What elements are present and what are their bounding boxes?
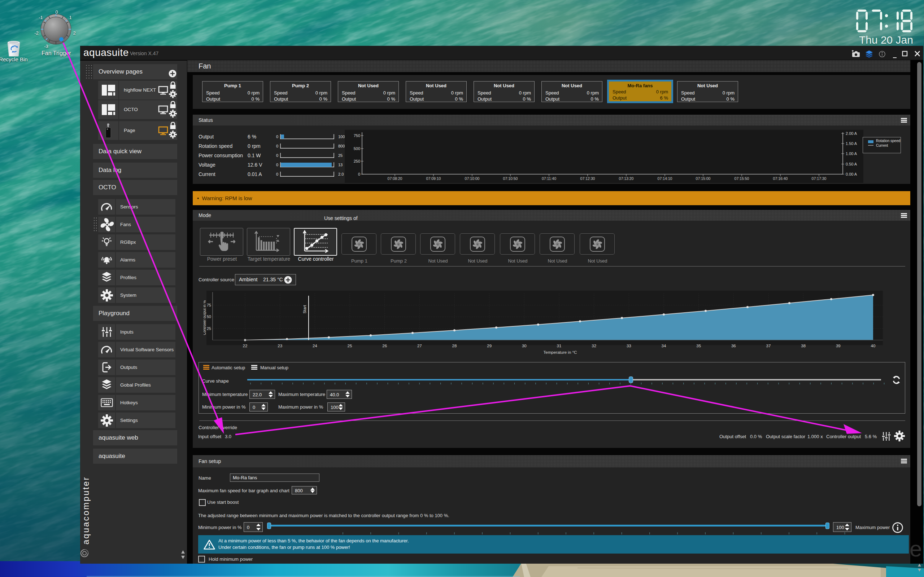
svg-text:33: 33 <box>627 344 631 348</box>
svg-text:0.50 A: 0.50 A <box>846 162 857 166</box>
svg-text:26: 26 <box>382 344 387 348</box>
svg-text:1.00 A: 1.00 A <box>846 152 857 156</box>
svg-text:37: 37 <box>766 344 771 348</box>
svg-text:Controller output in %: Controller output in % <box>204 300 207 335</box>
svg-text:24: 24 <box>313 344 317 348</box>
svg-text:2.00 A: 2.00 A <box>846 131 857 135</box>
svg-text:07:17:30: 07:17:30 <box>812 176 827 181</box>
svg-text:39: 39 <box>836 344 841 348</box>
svg-text:31: 31 <box>557 344 562 348</box>
svg-text:0: 0 <box>358 172 360 176</box>
svg-text:35: 35 <box>696 344 701 348</box>
svg-text:28: 28 <box>452 344 457 348</box>
svg-text:07:12:30: 07:12:30 <box>580 176 595 181</box>
svg-text:30: 30 <box>522 344 527 348</box>
svg-text:38: 38 <box>801 344 806 348</box>
svg-text:750: 750 <box>354 134 360 138</box>
svg-text:07:10:00: 07:10:00 <box>465 176 480 181</box>
svg-text:0: 0 <box>276 172 278 176</box>
svg-text:07:09:10: 07:09:10 <box>426 176 441 181</box>
svg-text:0.00 A: 0.00 A <box>846 172 857 176</box>
svg-text:25: 25 <box>347 344 352 348</box>
svg-text:07:16:40: 07:16:40 <box>773 176 788 181</box>
svg-text:0: 0 <box>276 163 278 167</box>
svg-text:0: 0 <box>276 134 278 139</box>
svg-text:Start: Start <box>302 305 307 313</box>
svg-text:07:08:20: 07:08:20 <box>388 176 402 181</box>
svg-text:07:11:40: 07:11:40 <box>542 176 556 181</box>
svg-text:75: 75 <box>207 303 211 307</box>
svg-text:25: 25 <box>338 153 342 158</box>
svg-text:13: 13 <box>338 163 342 167</box>
svg-text:07:13:20: 07:13:20 <box>619 176 634 181</box>
svg-text:40: 40 <box>871 344 876 348</box>
svg-text:27: 27 <box>417 344 422 348</box>
svg-text:29: 29 <box>487 344 492 348</box>
svg-text:1.50 A: 1.50 A <box>846 141 857 146</box>
svg-text:0: 0 <box>276 153 278 158</box>
svg-text:34: 34 <box>662 344 666 348</box>
svg-text:0: 0 <box>276 144 278 148</box>
svg-text:Temperature in °C: Temperature in °C <box>544 350 577 355</box>
svg-text:07:15:00: 07:15:00 <box>696 176 711 181</box>
svg-text:22: 22 <box>243 344 247 348</box>
svg-text:250: 250 <box>354 159 360 163</box>
svg-text:100: 100 <box>338 134 345 139</box>
svg-text:2.0: 2.0 <box>338 172 344 176</box>
svg-text:07:15:50: 07:15:50 <box>735 176 749 181</box>
svg-text:07:10:50: 07:10:50 <box>503 176 518 181</box>
svg-text:07:14:10: 07:14:10 <box>657 176 672 181</box>
svg-text:800: 800 <box>338 144 345 148</box>
svg-text:36: 36 <box>731 344 736 348</box>
svg-text:23: 23 <box>278 344 282 348</box>
svg-text:25: 25 <box>207 326 211 331</box>
svg-text:50: 50 <box>207 314 211 319</box>
svg-text:500: 500 <box>354 147 360 151</box>
svg-text:32: 32 <box>591 344 596 348</box>
